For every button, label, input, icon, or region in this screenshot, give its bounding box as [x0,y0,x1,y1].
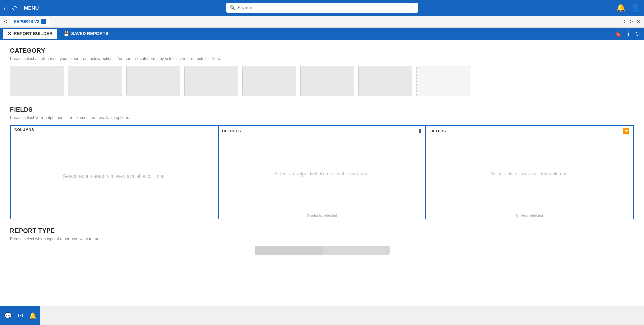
filters-footer: 0 filters selected [426,212,633,219]
top-nav-left: ⌂ ◇ MENU ≡ [4,4,44,12]
tab-label: REPORTS V2 [13,19,39,24]
top-nav-bar: ⌂ ◇ MENU ≡ 🔍 × 🔔 👤 [0,0,644,16]
columns-empty-message: Select report category to view available… [63,173,165,179]
category-tile-6[interactable] [300,66,354,96]
top-nav-right: 🔔 👤 [616,3,640,12]
tab-close-all-button[interactable]: × [636,17,641,26]
columns-panel: COLUMNS Select report category to view a… [10,125,219,219]
search-input[interactable] [237,5,412,10]
tab-prev-arrow[interactable]: < [621,17,627,26]
menu-icon: ≡ [41,5,44,11]
filters-panel: FILTERS 🔽 Select a filter from available… [425,125,634,219]
fields-title: FIELDS [10,106,634,113]
outputs-header: OUTPUTS ⬆ [219,126,426,136]
category-description: Please select a category of your report … [10,56,634,61]
outputs-upload-icon[interactable]: ⬆ [418,128,422,134]
tab-saved-reports[interactable]: 💾 SAVED REPORTS [59,29,113,39]
columns-header: COLUMNS [11,126,218,134]
outputs-header-label: OUTPUTS [222,129,241,133]
secondary-tab-right: 🔖 ℹ ↻ [613,29,641,39]
secondary-tab-bar: ✕ REPORT BUILDER 💾 SAVED REPORTS 🔖 ℹ ↻ [0,28,644,40]
columns-body: Select report category to view available… [11,134,218,219]
category-tile-1[interactable] [10,66,64,96]
bookmark-icon-btn[interactable]: 🔖 [613,29,623,39]
refresh-icon-btn[interactable]: ↻ [634,29,641,39]
category-tile-2[interactable] [68,66,122,96]
outputs-footer: 0 outputs selected [219,212,426,219]
search-bar: 🔍 × [226,3,418,13]
tab-saved-reports-label: SAVED REPORTS [71,31,108,36]
menu-text: MENU [24,5,39,11]
category-tile-3[interactable] [126,66,180,96]
saved-reports-icon: 💾 [63,31,69,36]
category-tile-7[interactable] [358,66,412,96]
report-type-btn-1[interactable] [255,246,322,255]
outputs-panel: OUTPUTS ⬆ Select an output field from av… [218,125,426,219]
filters-header: FILTERS 🔽 [426,126,633,136]
fields-row: COLUMNS Select report category to view a… [10,125,634,219]
chat-icon[interactable]: 💬 [3,310,13,321]
filters-body: Select a filter from available columns. [426,136,633,212]
search-clear-icon[interactable]: × [411,5,414,11]
main-content: CATEGORY Please select a category of you… [0,40,644,306]
tab-prev-button[interactable]: < [3,17,8,26]
outputs-body: Select an output field from available co… [219,136,426,212]
tab-bar: < REPORTS V2 × < > × [0,16,644,28]
bottom-bar: 💬 ✉ 🔔 [0,306,40,325]
tab-close-button[interactable]: × [41,19,46,24]
filters-funnel-icon[interactable]: 🔽 [623,128,630,134]
category-tile-5[interactable] [242,66,296,96]
columns-header-label: COLUMNS [14,128,34,132]
category-tile-8[interactable] [416,66,470,96]
report-type-section: REPORT TYPE Please select which type of … [10,227,634,255]
report-type-description: Please select which type of report you w… [10,237,634,241]
fields-section: FIELDS Please select your output and fil… [10,106,634,219]
fields-description: Please select your output and filter col… [10,115,634,120]
info-icon-btn[interactable]: ℹ [626,29,631,39]
home-icon[interactable]: ⌂ [4,4,8,12]
outputs-empty-message: Select an output field from available co… [275,171,370,177]
report-type-title: REPORT TYPE [10,227,634,235]
settings-icon[interactable]: ◇ [12,4,17,12]
menu-label[interactable]: MENU ≡ [24,5,44,11]
filters-header-label: FILTERS [429,129,446,133]
search-icon: 🔍 [230,5,235,10]
filters-empty-message: Select a filter from available columns. [491,171,569,177]
tab-next-arrow[interactable]: > [628,17,634,26]
tab-report-builder[interactable]: ✕ REPORT BUILDER [3,29,57,39]
notification-icon[interactable]: 🔔 [28,310,38,321]
report-builder-icon: ✕ [7,31,11,36]
category-tiles [10,66,634,96]
category-tile-4[interactable] [184,66,238,96]
tab-reports-v2[interactable]: REPORTS V2 × [10,17,50,26]
category-title: CATEGORY [10,47,634,54]
report-type-btn-2[interactable] [322,246,390,255]
user-icon[interactable]: 👤 [631,3,640,12]
tab-report-builder-label: REPORT BUILDER [13,31,53,36]
bell-icon[interactable]: 🔔 [616,3,625,12]
email-icon[interactable]: ✉ [17,310,24,321]
